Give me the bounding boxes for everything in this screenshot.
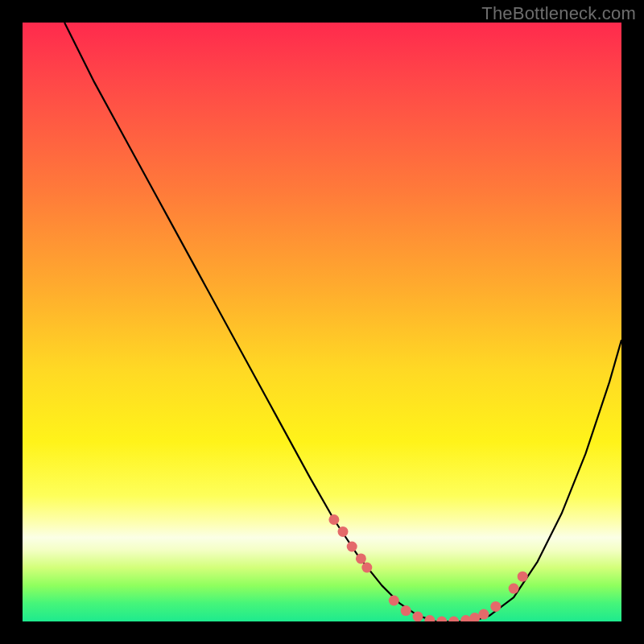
highlight-dot	[347, 542, 357, 552]
highlight-dot	[518, 572, 528, 582]
highlight-dot	[361, 563, 372, 573]
highlight-dot	[424, 615, 435, 621]
highlight-dot	[356, 553, 366, 564]
highlight-points	[328, 514, 527, 621]
watermark-text: TheBottleneck.com	[481, 3, 636, 24]
highlight-dot	[413, 612, 423, 622]
highlight-dot	[338, 526, 349, 537]
highlight-dot	[401, 605, 411, 616]
highlight-dot	[328, 514, 339, 525]
highlight-dot	[448, 617, 459, 622]
highlight-dot	[478, 609, 489, 620]
chart-svg	[23, 23, 621, 621]
highlight-dot	[436, 617, 447, 622]
highlight-dot	[389, 596, 399, 606]
highlight-dot	[490, 601, 501, 612]
highlight-dot	[460, 615, 471, 621]
highlight-dot	[509, 584, 519, 594]
highlight-dot	[469, 613, 480, 621]
chart-frame: TheBottleneck.com	[0, 0, 644, 644]
